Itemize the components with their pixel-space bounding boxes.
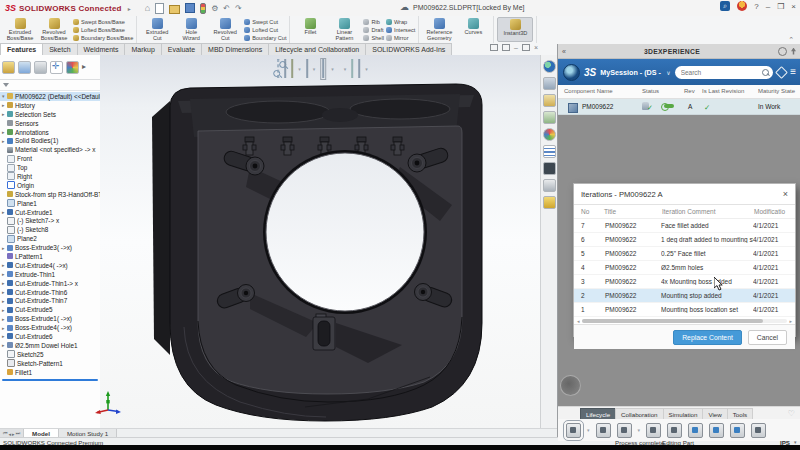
- feature-tree-item[interactable]: ▸Solid Bodies(1): [0, 136, 100, 145]
- dialog-close-icon[interactable]: ×: [783, 189, 788, 199]
- feature-tree-item[interactable]: ▸Cut-Extrude1: [0, 208, 100, 217]
- column-header-rev[interactable]: Rev: [684, 88, 695, 94]
- iteration-row[interactable]: 2PM009622Mounting stop added4/1/2021: [574, 289, 795, 303]
- ribbon-tab-solidworks-add-ins[interactable]: SOLIDWORKS Add-Ins: [365, 43, 452, 55]
- replace-content-button[interactable]: Replace Content: [673, 330, 742, 345]
- panel-options-icon[interactable]: [778, 47, 787, 56]
- swept-boss-button[interactable]: Swept Boss/Base: [73, 18, 133, 25]
- feature-tree-item[interactable]: LPattern1: [0, 252, 100, 261]
- iteration-row[interactable]: 3PM0096224x Mounting boss added4/1/2021: [574, 275, 795, 289]
- feature-tree-item[interactable]: ▸Cut-Extrude-Thin6: [0, 288, 100, 297]
- configurationmanager-tab-icon[interactable]: [34, 61, 47, 74]
- feature-tree-item[interactable]: ▸Extrude-Thin1: [0, 270, 100, 279]
- view-palette-tab-icon[interactable]: [543, 111, 556, 124]
- panel-tab-lifecycle[interactable]: Lifecycle: [580, 408, 616, 419]
- ribbon-tab-lifecycle-and-collaboration[interactable]: Lifecycle and Collaboration: [268, 43, 366, 55]
- wrap-button[interactable]: Wrap: [386, 18, 415, 25]
- revolved-boss-button[interactable]: Revolved Boss/Base: [37, 17, 71, 42]
- redo-icon[interactable]: ↷: [235, 4, 242, 13]
- document-restore-icon[interactable]: [490, 44, 498, 51]
- dialog-column-title[interactable]: Title: [604, 208, 616, 215]
- featuremanager-tab-icon[interactable]: [2, 61, 15, 74]
- restore-icon[interactable]: ❒: [777, 2, 784, 11]
- scrollbar-track[interactable]: [582, 319, 788, 323]
- dialog-horizontal-scrollbar[interactable]: ◂ ▸: [574, 317, 795, 324]
- share-button[interactable]: [617, 423, 632, 438]
- feature-tree-item[interactable]: Fillet1: [0, 368, 100, 377]
- feature-tree-item[interactable]: (-) Sketch7-> x: [0, 216, 100, 225]
- feature-tree-item[interactable]: Top: [0, 163, 100, 172]
- feature-tree-item[interactable]: ▸Cut-Extrude-Thin1-> x: [0, 279, 100, 288]
- tag-icon[interactable]: [775, 66, 788, 79]
- rib-button[interactable]: Rib: [363, 18, 383, 25]
- curves-button[interactable]: Curves: [456, 17, 490, 42]
- feature-tree-item[interactable]: ▸Annotations: [0, 128, 100, 137]
- document-new-window-icon[interactable]: [502, 44, 510, 51]
- panel-tab-collaboration[interactable]: Collaboration: [615, 408, 663, 419]
- file-explorer-tab-icon[interactable]: [543, 94, 556, 107]
- feature-tree-root[interactable]: ▾PM009622 (Default) <<Default>_Photo: [0, 92, 100, 101]
- feature-tree-item[interactable]: ▸Cut-Extrude5: [0, 305, 100, 314]
- toolbox-tab-icon[interactable]: [543, 196, 556, 209]
- ribbon-tab-mbd-dimensions[interactable]: MBD Dimensions: [201, 43, 269, 55]
- lifecycle-actions-button[interactable]: [566, 423, 581, 438]
- feature-tree-item[interactable]: Plane2: [0, 234, 100, 243]
- expand-tab-icon[interactable]: ▸: [82, 62, 86, 73]
- linear-pattern-button[interactable]: Linear Pattern: [327, 17, 361, 42]
- feature-tree-item[interactable]: ▸Cut-Extrude4( ->x): [0, 261, 100, 270]
- lifecycle-status-icon[interactable]: [200, 3, 206, 14]
- shell-button[interactable]: Shell: [363, 34, 383, 41]
- structure-tree-button[interactable]: [667, 423, 682, 438]
- 3dcompass-icon[interactable]: [563, 64, 580, 81]
- feature-tree-item[interactable]: ▸Cut-Extrude6: [0, 332, 100, 341]
- revolved-cut-button[interactable]: Revolved Cut: [208, 17, 242, 42]
- displaymanager-tab-icon[interactable]: [66, 61, 79, 74]
- session-label[interactable]: MySession - (DS - DSQ...: [600, 68, 662, 77]
- help-icon[interactable]: ?: [754, 2, 758, 11]
- feature-tree-item[interactable]: ▸Ø2.5mm Dowel Hole1: [0, 341, 100, 350]
- feature-tree-item[interactable]: Front: [0, 154, 100, 163]
- ribbon-tab-sketch[interactable]: Sketch: [42, 43, 77, 55]
- boundary-boss-button[interactable]: Boundary Boss/Base: [73, 34, 133, 41]
- dimxpertmanager-tab-icon[interactable]: [50, 61, 63, 74]
- scroll-left-icon[interactable]: ◂: [577, 318, 580, 324]
- ribbon-tab-weldments[interactable]: Weldments: [77, 43, 126, 55]
- options-icon[interactable]: ⚙: [211, 4, 218, 13]
- new-document-icon[interactable]: [155, 3, 164, 14]
- iteration-row[interactable]: 7PM009622Face fillet added4/1/2021: [574, 219, 795, 233]
- ribbon-tab-evaluate[interactable]: Evaluate: [161, 43, 202, 55]
- dropdown-caret-icon[interactable]: ▾: [587, 427, 590, 433]
- column-header-maturity-state[interactable]: Maturity State: [758, 88, 795, 94]
- dialog-column-no[interactable]: No: [581, 208, 589, 215]
- column-header-component-name[interactable]: Component Name: [564, 88, 613, 94]
- user-avatar-icon[interactable]: [737, 1, 747, 11]
- search-icon[interactable]: [762, 69, 769, 76]
- extruded-boss-button[interactable]: Extruded Boss/Base: [3, 17, 37, 42]
- feature-tree-item[interactable]: ▸Boss-Extrude4( ->x): [0, 323, 100, 332]
- filter-icon[interactable]: [3, 83, 9, 87]
- boundary-cut-button[interactable]: Boundary Cut: [244, 34, 286, 41]
- close-icon[interactable]: ×: [791, 2, 796, 11]
- design-library-tab-icon[interactable]: [543, 77, 556, 90]
- iteration-row[interactable]: 5PM0096220.25" Face fillet4/1/2021: [574, 247, 795, 261]
- feature-tree-item[interactable]: ▸Cut-Extrude-Thin7: [0, 296, 100, 305]
- home-icon[interactable]: ⌂: [145, 4, 150, 13]
- component-name[interactable]: PM009622: [582, 103, 613, 110]
- session-dropdown-caret-icon[interactable]: ∨: [666, 69, 670, 76]
- menu-icon[interactable]: ≡: [790, 67, 796, 77]
- favorites-heart-icon[interactable]: ♡: [788, 409, 795, 418]
- hole-wizard-button[interactable]: Hole Wizard: [174, 17, 208, 42]
- rollback-bar[interactable]: [2, 379, 98, 381]
- feature-tree-item[interactable]: Sketch-Pattern1: [0, 359, 100, 368]
- panel-tab-simulation[interactable]: Simulation: [663, 408, 704, 419]
- search-box[interactable]: [675, 66, 774, 79]
- merge-button[interactable]: [730, 423, 745, 438]
- panel-pin-icon[interactable]: [791, 48, 796, 55]
- cancel-button[interactable]: Cancel: [748, 330, 787, 345]
- ribbon-tab-features[interactable]: Features: [0, 43, 43, 55]
- iteration-row[interactable]: 1PM009622Mounting boss location set4/1/2…: [574, 303, 795, 317]
- column-header-status[interactable]: Status: [642, 88, 659, 94]
- feature-tree-item[interactable]: Right: [0, 172, 100, 181]
- search-input[interactable]: [679, 68, 763, 77]
- iteration-row[interactable]: 4PM009622Ø2.5mm holes4/1/2021: [574, 261, 795, 275]
